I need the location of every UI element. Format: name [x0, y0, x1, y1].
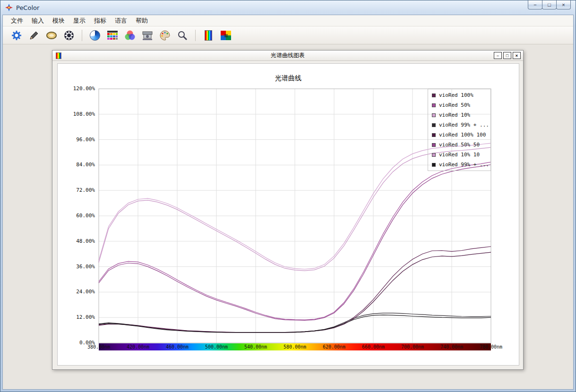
machine-icon[interactable] [140, 28, 155, 43]
y-tick-label: 108.00% [65, 111, 95, 117]
search-icon[interactable] [175, 28, 189, 43]
legend-item: vioRed 100% 100 [428, 130, 490, 140]
close-button[interactable]: × [556, 0, 571, 9]
app-window: PeColor − □ × 文件 输入 模块 显示 指标 语言 帮助 [0, 0, 576, 392]
menu-help[interactable]: 帮助 [131, 15, 152, 26]
toolbar-separator [195, 30, 196, 41]
menu-input[interactable]: 输入 [27, 15, 48, 26]
x-tick-label: 740.00nm [440, 344, 463, 349]
x-tick-label: 700.00nm [401, 344, 424, 349]
y-tick-label: 60.00% [65, 213, 95, 219]
y-tick-label: 84.00% [65, 162, 95, 168]
menu-display[interactable]: 显示 [69, 15, 90, 26]
x-tick-label: 780.00nm [480, 344, 502, 349]
legend-item: vioRed 10% [428, 110, 490, 120]
pen-icon[interactable] [27, 28, 41, 43]
workspace: 光谱曲线图表 − □ × 光谱曲线 vioRed 100%vioRed 50%v… [3, 44, 573, 389]
x-tick-label: 580.00nm [284, 344, 306, 349]
paint-palette-icon[interactable] [158, 28, 172, 43]
color-grid-icon[interactable] [219, 28, 233, 43]
legend-label: vioRed 99% + ... [439, 162, 489, 168]
y-tick-label: 12.00% [65, 314, 95, 320]
legend-label: vioRed 99% + ... [439, 122, 489, 128]
app-title: PeColor [16, 4, 39, 11]
legend-label: vioRed 10% [439, 112, 470, 118]
x-tick-label: 620.00nm [323, 344, 345, 349]
legend-swatch [432, 153, 436, 157]
app-titlebar: PeColor − □ × [0, 0, 576, 15]
palette-oval-icon[interactable] [44, 28, 59, 43]
chart-window-caption-buttons: − □ × [494, 52, 521, 59]
legend-swatch [432, 143, 436, 147]
color-table-icon[interactable] [105, 28, 120, 43]
menu-bar: 文件 输入 模块 显示 指标 语言 帮助 [3, 15, 573, 26]
maximize-button[interactable]: □ [542, 0, 557, 9]
chart-close-button[interactable]: × [513, 52, 521, 59]
legend-swatch [432, 113, 436, 117]
legend-item: vioRed 99% + ... [428, 120, 490, 130]
chart-panel: 光谱曲线 vioRed 100%vioRed 50%vioRed 10%vioR… [57, 63, 519, 366]
x-tick-label: 380.00nm [87, 344, 110, 349]
legend-item: vioRed 99% + ... [428, 160, 490, 170]
y-tick-label: 120.00% [65, 85, 95, 92]
chart-window-titlebar[interactable]: 光谱曲线图表 − □ × [52, 51, 523, 61]
rainbow-bars-icon[interactable] [201, 28, 215, 43]
legend-item: vioRed 10% 10 [428, 150, 490, 160]
legend-swatch [432, 103, 436, 107]
legend-item: vioRed 100% [428, 90, 490, 100]
client-area: 文件 输入 模块 显示 指标 语言 帮助 [2, 15, 574, 390]
legend-label: vioRed 10% 10 [439, 152, 480, 158]
y-tick-label: 96.00% [65, 136, 95, 143]
menu-file[interactable]: 文件 [7, 15, 27, 26]
legend-label: vioRed 100% [439, 92, 473, 98]
color-circles-icon[interactable] [123, 28, 137, 43]
color-pie-icon[interactable] [88, 28, 102, 43]
x-tick-label: 540.00nm [244, 344, 267, 349]
chart-window-icon [56, 52, 61, 59]
legend-label: vioRed 50% [439, 102, 470, 108]
legend-swatch [432, 163, 436, 167]
y-tick-label: 24.00% [65, 289, 95, 295]
legend-swatch [432, 133, 436, 137]
x-tick-label: 460.00nm [166, 344, 189, 349]
y-tick-label: 72.00% [65, 187, 95, 193]
legend-label: vioRed 100% 100 [439, 132, 486, 138]
menu-language[interactable]: 语言 [111, 15, 131, 26]
x-tick-label: 500.00nm [205, 344, 228, 349]
toolbar-separator [82, 30, 82, 41]
legend-item: vioRed 50% 50 [428, 140, 490, 150]
x-tick-label: 420.00nm [127, 344, 149, 349]
settings-gear-icon[interactable] [9, 28, 24, 43]
window-caption-buttons: − □ × [528, 0, 571, 9]
legend-label: vioRed 50% 50 [439, 142, 480, 148]
minimize-button[interactable]: − [528, 0, 542, 9]
chart-window: 光谱曲线图表 − □ × 光谱曲线 vioRed 100%vioRed 50%v… [52, 50, 524, 370]
chart-window-title: 光谱曲线图表 [271, 51, 305, 60]
legend-swatch [432, 123, 436, 127]
app-logo-icon [5, 4, 13, 11]
legend-item: vioRed 50% [428, 100, 490, 110]
x-tick-label: 660.00nm [362, 344, 385, 349]
chart-minimize-button[interactable]: − [494, 52, 502, 59]
menu-module[interactable]: 模块 [48, 15, 69, 26]
y-tick-label: 36.00% [65, 264, 95, 270]
menu-index[interactable]: 指标 [90, 15, 111, 26]
gear-wheel-icon[interactable] [62, 28, 76, 43]
toolbar [3, 26, 573, 44]
chart-maximize-button[interactable]: □ [503, 52, 511, 59]
legend-swatch [432, 94, 436, 97]
chart-legend: vioRed 100%vioRed 50%vioRed 10%vioRed 99… [428, 89, 491, 171]
y-tick-label: 48.00% [65, 238, 95, 244]
